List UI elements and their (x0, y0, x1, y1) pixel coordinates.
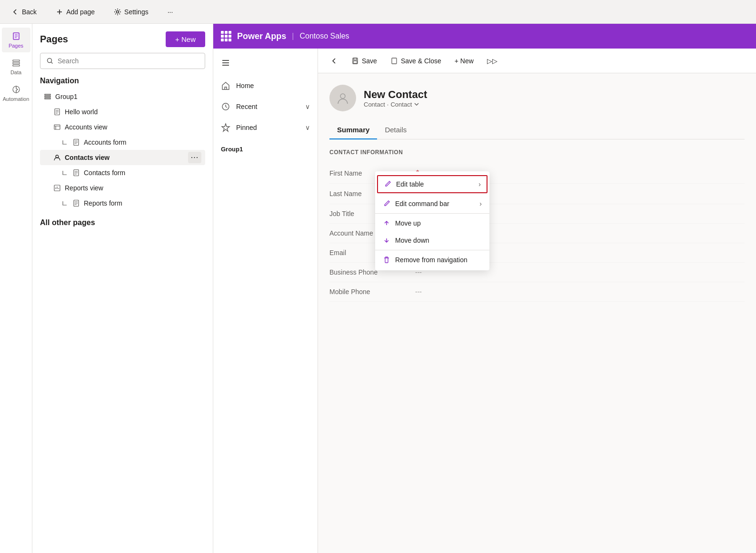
svg-rect-9 (45, 98, 50, 99)
edit-command-bar-icon (383, 200, 390, 207)
context-menu-remove-from-navigation[interactable]: Remove from navigation (375, 251, 489, 268)
toolbar-save-button[interactable]: Save (347, 54, 382, 68)
context-menu-edit-command-bar-label: Edit command bar (395, 200, 449, 207)
context-menu-edit-table[interactable]: Edit table › (377, 175, 487, 193)
sub-arrow-icon3 (61, 199, 69, 207)
sidebar-item-pages[interactable]: Pages (2, 28, 30, 52)
new-page-button[interactable]: + New (166, 31, 205, 47)
more-topbar-button[interactable]: ··· (164, 6, 177, 18)
contact-subtitle: Contact · Contact (364, 101, 427, 108)
settings-button[interactable]: Settings (110, 6, 152, 18)
form-icon (72, 138, 80, 146)
add-page-button[interactable]: Add page (52, 6, 99, 18)
form-icon3 (72, 199, 80, 207)
nav-item-group1[interactable]: Group1 (40, 89, 205, 104)
contact-category: Contact (390, 101, 412, 108)
pages-title: Pages (40, 34, 68, 45)
data-label: Data (10, 69, 21, 75)
nav-item-reports-view-label: Reports view (65, 184, 103, 192)
nav-item-reports-view[interactable]: Reports view (40, 180, 205, 196)
app-nav-home-label: Home (236, 82, 254, 89)
hamburger-icon (221, 58, 230, 68)
search-input[interactable] (58, 57, 199, 65)
nav-item-reports-form[interactable]: Reports form (40, 196, 205, 211)
navigation-title: Navigation (40, 77, 205, 85)
nav-item-accounts-form-label: Accounts form (84, 138, 126, 146)
form-tabs: Summary Details (329, 121, 745, 139)
view-icon (53, 123, 61, 131)
move-down-icon (383, 237, 390, 244)
nav-item-contacts-form-label: Contacts form (84, 169, 125, 177)
add-page-label: Add page (66, 8, 95, 16)
app-nav-recent-label: Recent (236, 103, 257, 110)
app-nav-group1-header: Group1 (213, 138, 318, 157)
toolbar-new-label: + New (455, 57, 474, 65)
hamburger-button[interactable] (213, 52, 318, 75)
home-icon (221, 81, 230, 90)
nav-item-hello-world-label: Hello world (65, 108, 98, 116)
sidebar-item-data[interactable]: Data (2, 54, 30, 79)
toolbar-save-close-button[interactable]: Save & Close (386, 54, 446, 68)
toolbar-back-button[interactable] (326, 54, 343, 68)
context-menu-move-down[interactable]: Move down (375, 232, 489, 249)
toolbar-more-button[interactable]: ▷▷ (482, 54, 502, 68)
field-mobile-phone-value[interactable]: --- (415, 288, 745, 296)
context-menu-edit-table-label: Edit table (396, 180, 424, 188)
svg-rect-3 (13, 62, 20, 64)
pinned-chevron: ∨ (305, 124, 310, 131)
nav-item-contacts-form[interactable]: Contacts form (40, 165, 205, 180)
app-nav-pinned[interactable]: Pinned ∨ (213, 117, 318, 138)
gear-icon (114, 8, 121, 16)
search-box[interactable] (40, 53, 205, 69)
toolbar-back-icon (330, 57, 338, 65)
powerapps-header: Power Apps | Contoso Sales (213, 24, 756, 49)
sub-arrow-icon2 (61, 169, 69, 177)
app-nav-home[interactable]: Home (213, 75, 318, 96)
top-bar: Back Add page Settings ··· (0, 0, 756, 24)
back-button[interactable]: Back (8, 6, 40, 18)
nav-item-hello-world[interactable]: Hello world (40, 104, 205, 119)
report-icon (53, 184, 61, 192)
tab-details[interactable]: Details (377, 121, 414, 139)
nav-item-accounts-form[interactable]: Accounts form (40, 135, 205, 150)
svg-rect-2 (13, 60, 20, 61)
context-menu-separator2 (375, 250, 489, 250)
sub-arrow-icon (61, 138, 69, 146)
contact-info: New Contact Contact · Contact (364, 89, 427, 108)
automation-icon (11, 85, 21, 94)
app-nav-pinned-label: Pinned (236, 124, 257, 131)
new-page-label: + New (175, 35, 196, 43)
icon-sidebar: Pages Data Automation (0, 24, 32, 553)
nav-item-accounts-view[interactable]: Accounts view (40, 119, 205, 135)
preview-area: Power Apps | Contoso Sales Home (213, 24, 756, 553)
app-nav-recent[interactable]: Recent ∨ (213, 96, 318, 117)
app-nav: Home Recent ∨ Pinned ∨ (213, 49, 318, 553)
page-icon (53, 108, 61, 116)
context-menu-edit-command-bar[interactable]: Edit command bar › (375, 195, 489, 212)
contact-name: New Contact (364, 89, 427, 101)
contact-view-icon (53, 154, 61, 161)
pages-panel-header: Pages + New (40, 31, 205, 47)
context-menu-separator1 (375, 213, 489, 214)
all-other-pages-title: All other pages (40, 218, 205, 227)
search-icon (46, 57, 54, 65)
toolbar-new-button[interactable]: + New (450, 54, 478, 68)
contacts-view-more-button[interactable]: ··· (188, 152, 201, 163)
pages-label: Pages (9, 43, 23, 49)
field-mobile-phone: Mobile Phone --- (329, 282, 745, 302)
svg-point-6 (48, 59, 52, 63)
sidebar-item-automation[interactable]: Automation (2, 81, 30, 106)
context-menu-move-up[interactable]: Move up (375, 215, 489, 232)
powerapps-divider: | (292, 32, 294, 40)
form-toolbar: Save Save & Close + New ▷▷ (318, 49, 756, 73)
automation-label: Automation (3, 96, 30, 102)
contact-avatar (329, 85, 356, 111)
nav-item-reports-form-label: Reports form (84, 199, 122, 207)
form-icon2 (72, 169, 80, 177)
context-menu-move-down-label: Move down (395, 237, 429, 244)
powerapps-env-name: Contoso Sales (300, 32, 349, 40)
tab-summary[interactable]: Summary (329, 121, 377, 139)
pages-icon (11, 31, 21, 41)
nav-item-contacts-view[interactable]: Contacts view ··· (40, 150, 205, 165)
powerapps-grid-icon (221, 31, 231, 41)
